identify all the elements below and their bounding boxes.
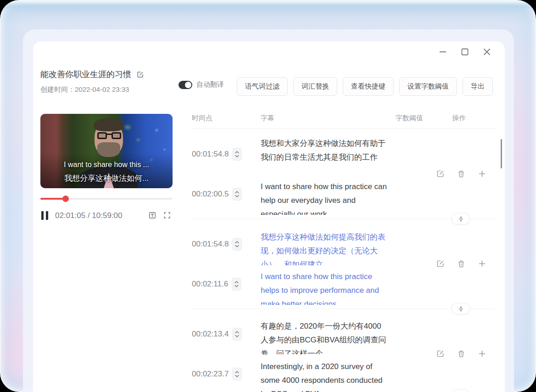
timecode-stepper[interactable] [232, 278, 241, 291]
timecode: 00:02:23.7 [192, 370, 229, 379]
timecode-stepper[interactable] [232, 328, 242, 341]
column-header-actions: 操作 [452, 114, 466, 123]
edit-row-icon[interactable] [436, 349, 445, 358]
merge-rows-button[interactable] [452, 303, 470, 314]
column-header-subtitle: 字幕 [261, 114, 274, 123]
fullscreen-icon[interactable] [162, 211, 172, 220]
timecode: 00:01:54.8 [192, 150, 229, 159]
seek-fill [40, 198, 66, 200]
subtitle-text-translated[interactable]: 我想分享这种做法如何提高我们的表现，如何做出更好的决定（无论大小），和如何建立 [261, 230, 387, 265]
timecode-stepper[interactable] [232, 148, 242, 161]
subtitle-text-translated[interactable]: I want to share how this practice helps … [261, 270, 387, 305]
group-divider [192, 218, 496, 219]
edit-row-icon[interactable] [436, 259, 445, 269]
timecode-stepper[interactable] [232, 368, 242, 381]
timecode: 00:02:00.5 [192, 190, 229, 199]
maximize-button[interactable] [460, 47, 470, 57]
subtitle-text[interactable]: 我想和大家分享这种做法如何有助于我们的日常生活尤其是我们的工作 [261, 137, 387, 172]
row-actions [436, 259, 487, 269]
video-preview[interactable]: I want to share how this ... 我想分享这种做法如何.… [40, 114, 173, 188]
timecode-cell: 00:01:54.8 [192, 238, 242, 251]
merge-rows-button[interactable] [452, 389, 470, 392]
add-row-icon[interactable] [477, 349, 487, 358]
filler-words-filter-button[interactable]: 语气词过滤 [237, 77, 288, 96]
delete-row-icon[interactable] [457, 169, 466, 179]
add-row-icon[interactable] [477, 169, 487, 179]
vocab-replace-button[interactable]: 词汇替换 [293, 77, 337, 96]
shortcuts-button[interactable]: 查看快捷键 [343, 77, 394, 96]
delete-row-icon[interactable] [457, 259, 466, 269]
timecode-cell: 00:02:23.7 [192, 368, 242, 381]
player-controls: 02:01:05 / 10:59:00 [40, 209, 173, 222]
created-time: 创建时间：2022-04-02 23:33 [40, 85, 129, 94]
seek-bar[interactable] [40, 196, 173, 202]
auto-translate-group: 自动翻译 [179, 80, 224, 89]
screen: 能改善你职业生涯的习惯 创建时间：2022-04-02 23:33 自动翻译 语… [0, 0, 536, 392]
speaker-glasses [96, 132, 122, 140]
merge-rows-button[interactable] [452, 213, 470, 224]
timecode: 00:02:11.6 [192, 280, 228, 289]
toolbar: 语气词过滤 词汇替换 查看快捷键 设置字数阈值 导出 [237, 77, 493, 96]
column-header-threshold: 字数阈值 [396, 114, 423, 123]
export-button[interactable]: 导出 [463, 77, 493, 96]
group-divider [192, 308, 496, 309]
delete-row-icon[interactable] [457, 349, 466, 358]
minimize-button[interactable] [438, 47, 448, 57]
edit-title-icon[interactable] [136, 70, 145, 79]
app-window: 能改善你职业生涯的习惯 创建时间：2022-04-02 23:33 自动翻译 语… [33, 41, 505, 392]
toggle-knob [185, 82, 191, 88]
subtitle-text[interactable]: 有趣的是，2020年一份大约有4000人参与的由BCG和BVA组织的调查问卷，问… [261, 319, 387, 354]
speaker-beard [97, 142, 120, 157]
timecode: 00:02:13.4 [192, 330, 229, 339]
timecode-stepper[interactable] [232, 238, 242, 251]
subtitle-display-icon[interactable] [148, 211, 157, 220]
close-button[interactable] [482, 47, 492, 57]
char-threshold-button[interactable]: 设置字数阈值 [399, 77, 457, 96]
row-actions [436, 169, 487, 179]
table-scrollbar[interactable] [501, 139, 502, 168]
timecode-cell: 00:02:13.4 [192, 328, 242, 341]
subtitle-text[interactable]: I want to share how this practice can he… [261, 180, 387, 215]
timecode-cell: 00:02:00.5 [192, 188, 242, 201]
auto-translate-toggle[interactable] [179, 81, 192, 89]
playback-time: 02:01:05 / 10:59:00 [55, 211, 123, 220]
timecode-cell: 00:01:54.8 [192, 148, 242, 161]
project-title-row: 能改善你职业生涯的习惯 [40, 69, 145, 80]
speaker-hair [94, 118, 124, 131]
header-divider [192, 129, 496, 129]
subtitle-text[interactable]: Interestingly, in a 2020 survey of some … [261, 360, 387, 392]
edit-row-icon[interactable] [436, 169, 445, 179]
seek-handle[interactable] [62, 196, 69, 202]
column-header-time: 时间点 [192, 114, 212, 123]
auto-translate-label: 自动翻译 [196, 80, 224, 89]
video-subtitle-zh: 我想分享这种做法如何... [40, 173, 173, 184]
video-subtitle-en: I want to share how this ... [40, 161, 173, 169]
window-controls [438, 47, 492, 57]
timecode: 00:01:54.8 [192, 240, 229, 249]
timecode-cell: 00:02:11.6 [192, 278, 241, 291]
timecode-stepper[interactable] [232, 188, 242, 201]
row-actions [436, 349, 487, 358]
add-row-icon[interactable] [477, 259, 487, 269]
project-title: 能改善你职业生涯的习惯 [40, 69, 131, 80]
pause-icon[interactable] [41, 211, 48, 220]
